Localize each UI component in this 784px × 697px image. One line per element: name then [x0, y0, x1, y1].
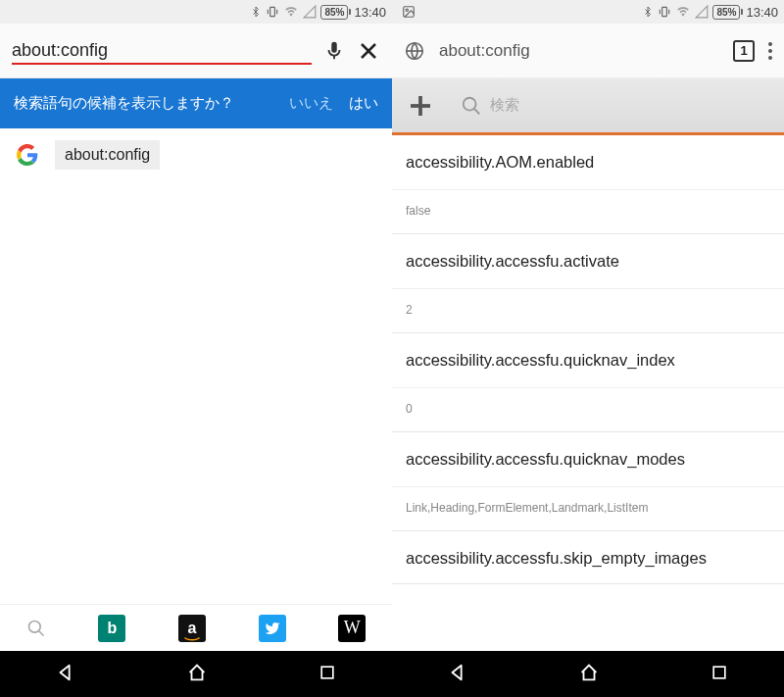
svg-rect-7 — [321, 667, 333, 678]
prompt-text: 検索語句の候補を表示しますか？ — [14, 92, 273, 115]
address-bar: about:config 1 — [392, 24, 784, 78]
bookmark-twitter[interactable] — [259, 615, 286, 642]
svg-point-17 — [464, 97, 476, 110]
google-icon — [16, 143, 39, 167]
search-icon — [461, 95, 482, 117]
pref-value: false — [392, 190, 784, 233]
screen-left: 85% 13:40 about:config 検索語句の候補を表示しますか？ い… — [0, 0, 392, 697]
content-area — [0, 181, 392, 605]
pref-item[interactable]: accessibility.AOM.enabled false — [392, 135, 784, 234]
status-bar: 85% 13:40 — [0, 0, 392, 24]
pref-item[interactable]: accessibility.accessfu.quicknav_index 0 — [392, 333, 784, 432]
svg-point-5 — [28, 621, 40, 632]
pref-name: accessibility.AOM.enabled — [392, 135, 784, 190]
home-icon[interactable] — [578, 662, 600, 687]
clock: 13:40 — [746, 5, 778, 20]
signal-icon — [303, 5, 317, 19]
pref-value: Link,Heading,FormElement,Landmark,ListIt… — [392, 487, 784, 530]
search-placeholder: 検索 — [490, 96, 519, 115]
globe-icon — [404, 40, 425, 62]
screen-right: 85% 13:40 about:config 1 検索 ac — [392, 0, 784, 697]
bookmark-amazon[interactable]: a — [178, 615, 206, 642]
bookmark-bing[interactable]: b — [98, 615, 125, 642]
close-icon[interactable] — [357, 39, 380, 63]
bluetooth-icon — [250, 5, 262, 19]
pref-name: accessibility.accessfu.quicknav_modes — [392, 432, 784, 487]
url-display[interactable]: about:config — [439, 41, 719, 61]
battery-icon: 85% — [320, 5, 348, 20]
svg-point-9 — [406, 9, 408, 11]
config-header: 検索 — [392, 78, 784, 135]
image-icon — [402, 5, 416, 19]
pref-item[interactable]: accessibility.accessfu.quicknav_modes Li… — [392, 432, 784, 531]
recent-icon[interactable] — [710, 663, 729, 686]
android-navbar — [392, 651, 784, 697]
address-bar: about:config — [0, 24, 392, 78]
svg-rect-19 — [713, 667, 725, 678]
pref-item[interactable]: accessibility.accessfu.skip_empty_images — [392, 531, 784, 584]
home-icon[interactable] — [186, 662, 208, 687]
search-icon[interactable] — [26, 619, 46, 638]
svg-line-18 — [474, 108, 480, 114]
android-navbar — [0, 651, 392, 697]
microphone-icon[interactable] — [323, 40, 345, 62]
status-bar: 85% 13:40 — [392, 0, 784, 24]
wifi-icon — [675, 5, 691, 19]
svg-rect-10 — [662, 7, 667, 16]
bookmark-wikipedia[interactable]: W — [338, 615, 366, 642]
bookmark-bar: b a W — [0, 604, 392, 651]
pref-value: 2 — [392, 289, 784, 332]
suggestion-text: about:config — [55, 140, 160, 170]
url-input[interactable]: about:config — [12, 40, 312, 65]
svg-rect-0 — [270, 7, 275, 16]
vibrate-icon — [266, 5, 279, 19]
battery-icon: 85% — [712, 5, 740, 20]
pref-name: accessibility.accessfu.skip_empty_images — [392, 531, 784, 583]
recent-icon[interactable] — [318, 663, 337, 686]
bluetooth-icon — [642, 5, 654, 19]
back-icon[interactable] — [447, 662, 468, 687]
add-pref-button[interactable] — [392, 78, 449, 132]
prompt-no-button[interactable]: いいえ — [289, 94, 333, 113]
signal-icon — [695, 5, 709, 19]
wifi-icon — [283, 5, 299, 19]
prompt-yes-button[interactable]: はい — [349, 94, 378, 113]
vibrate-icon — [658, 5, 671, 19]
svg-line-6 — [38, 630, 43, 635]
pref-list[interactable]: accessibility.AOM.enabled false accessib… — [392, 135, 784, 651]
menu-icon[interactable] — [768, 42, 772, 60]
back-icon[interactable] — [55, 662, 76, 687]
pref-value: 0 — [392, 388, 784, 431]
amazon-letter: a — [188, 620, 197, 637]
clock: 13:40 — [354, 5, 386, 20]
suggestion-row[interactable]: about:config — [0, 128, 392, 181]
pref-name: accessibility.accessfu.quicknav_index — [392, 333, 784, 388]
tab-counter[interactable]: 1 — [733, 40, 755, 62]
search-suggestion-prompt: 検索語句の候補を表示しますか？ いいえ はい — [0, 78, 392, 128]
pref-name: accessibility.accessfu.activate — [392, 234, 784, 289]
search-input[interactable]: 検索 — [449, 95, 784, 117]
pref-item[interactable]: accessibility.accessfu.activate 2 — [392, 234, 784, 333]
